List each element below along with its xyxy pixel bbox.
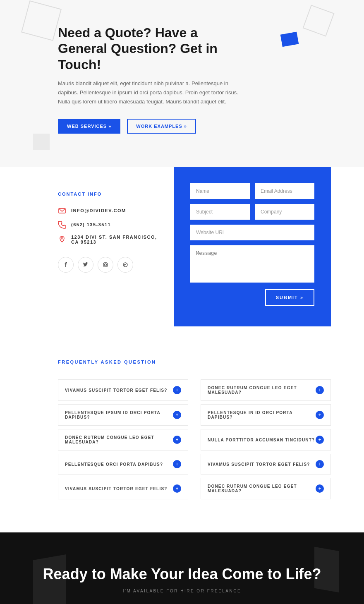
svg-point-4	[107, 263, 108, 264]
faq-plus-icon-l1: +	[173, 386, 181, 394]
faq-plus-icon-r5: +	[316, 484, 324, 493]
faq-title: FREQUENTLY ASKED QUESTION	[58, 360, 331, 364]
faq-plus-icon-l3: +	[173, 436, 181, 444]
instagram-icon[interactable]	[98, 257, 113, 273]
svg-point-1	[61, 237, 63, 239]
faq-item-r4[interactable]: VIVAMUS SUSCIPIT TORTOR EGET FELIS? +	[201, 454, 331, 475]
contact-phone: (652) 135-3511	[71, 222, 111, 227]
faq-item-l3[interactable]: DONEC RUTRUM CONGUE LEO EGET MALESUADA? …	[58, 429, 188, 451]
dribbble-icon[interactable]	[117, 257, 133, 273]
contact-address-item: 1234 DIVI ST. SAN FRANCISCO, CA 95213	[58, 235, 161, 244]
faq-item-l4[interactable]: PELLENTESQUE ORCI PORTA DAPIBUS? +	[58, 454, 188, 475]
hero-title: Need a Quote? Have a General Question? G…	[58, 25, 248, 72]
form-submit-row: SUBMIT »	[190, 289, 314, 306]
faq-plus-icon-r3: +	[316, 436, 324, 444]
work-examples-button[interactable]: WORK EXAMPLES »	[127, 119, 196, 134]
web-services-button[interactable]: WEB SERVICES »	[58, 119, 120, 134]
twitter-icon[interactable]	[78, 257, 93, 273]
faq-plus-icon-r1: +	[316, 386, 324, 394]
hero-deco-blue	[280, 32, 299, 47]
faq-item-l1[interactable]: VIVAMUS SUSCIPIT TORTOR EGET FELIS? +	[58, 379, 188, 401]
faq-grid: VIVAMUS SUSCIPIT TORTOR EGET FELIS? + DO…	[58, 379, 331, 499]
faq-item-r5[interactable]: DONEC RUTRUM CONGUE LEO EGET MALESUADA? …	[201, 478, 331, 499]
faq-plus-icon-l5: +	[173, 484, 181, 493]
contact-email-item: INFO@DIVIDEV.COM	[58, 206, 161, 215]
website-input[interactable]	[190, 225, 314, 240]
hero-deco-top-left	[21, 0, 62, 41]
form-row-2	[190, 204, 314, 220]
faq-section: FREQUENTLY ASKED QUESTION VIVAMUS SUSCIP…	[0, 326, 364, 532]
submit-button[interactable]: SUBMIT »	[265, 289, 314, 306]
faq-plus-icon-l2: +	[173, 411, 181, 419]
message-input[interactable]	[190, 245, 314, 283]
faq-item-r3[interactable]: NULLA PORTTITOR ACCUMSAN TINCIDUNT? +	[201, 429, 331, 451]
phone-icon	[58, 221, 66, 229]
faq-item-r1[interactable]: DONEC RUTRUM CONGUE LEO EGET MALESUADA? …	[201, 379, 331, 401]
faq-item-l2[interactable]: PELLENTESQUE IPSUM ID ORCI PORTA DAPIBUS…	[58, 404, 188, 426]
faq-item-r2[interactable]: PELLENTESQUE IN ID ORCI PORTA DAPIBUS? +	[201, 404, 331, 426]
cta-subtitle: I'M AVAILABLE FOR HIRE OR FREELANCE	[17, 589, 347, 593]
name-input[interactable]	[190, 183, 250, 199]
faq-item-l5[interactable]: VIVAMUS SUSCIPIT TORTOR EGET FELIS? +	[58, 478, 188, 499]
contact-section: CONTACT INFO INFO@DIVIDEV.COM (652) 135-…	[0, 167, 364, 326]
contact-email: INFO@DIVIDEV.COM	[71, 208, 126, 213]
svg-point-3	[105, 264, 107, 266]
hero-section: Need a Quote? Have a General Question? G…	[0, 0, 364, 167]
form-row-3	[190, 225, 314, 240]
facebook-icon[interactable]	[58, 257, 74, 273]
email-input[interactable]	[255, 183, 314, 199]
cta-title: Ready to Make Your Idea Come to Life?	[17, 566, 347, 583]
email-icon	[58, 206, 66, 215]
hero-description: Mauris blandit aliquet elit, eget tincid…	[58, 79, 248, 106]
form-row-1	[190, 183, 314, 199]
contact-address: 1234 DIVI ST. SAN FRANCISCO, CA 95213	[71, 235, 161, 244]
contact-info: CONTACT INFO INFO@DIVIDEV.COM (652) 135-…	[58, 167, 174, 326]
contact-phone-item: (652) 135-3511	[58, 221, 161, 229]
subject-input[interactable]	[190, 204, 250, 220]
hero-deco-top-right	[303, 5, 335, 37]
faq-plus-icon-r4: +	[316, 460, 324, 468]
contact-info-title: CONTACT INFO	[58, 192, 161, 197]
faq-plus-icon-r2: +	[316, 411, 324, 419]
cta-section: Ready to Make Your Idea Come to Life? I'…	[0, 532, 364, 604]
location-icon	[58, 235, 66, 244]
contact-form: SUBMIT »	[174, 167, 331, 326]
hero-deco-bottom-left	[33, 134, 50, 150]
hero-buttons: WEB SERVICES » WORK EXAMPLES »	[58, 119, 323, 134]
company-input[interactable]	[255, 204, 314, 220]
contact-social-icons	[58, 257, 161, 273]
faq-plus-icon-l4: +	[173, 460, 181, 468]
